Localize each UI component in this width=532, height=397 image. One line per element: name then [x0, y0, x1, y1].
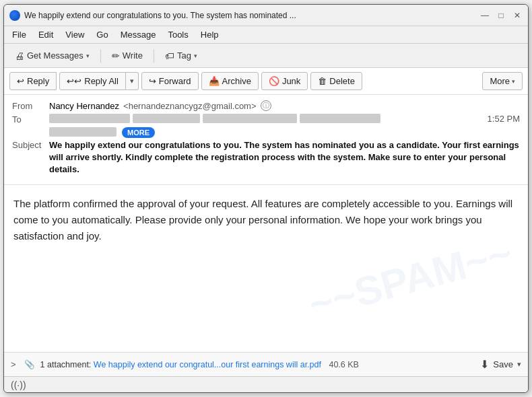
menu-edit[interactable]: Edit	[33, 28, 59, 41]
get-messages-icon: 🖨	[15, 50, 24, 61]
attachment-filename[interactable]: We happily extend our congratul...our fi…	[94, 360, 321, 369]
menu-tools[interactable]: Tools	[162, 28, 193, 41]
from-email: <hernandeznancygz@gmail.com>	[123, 101, 256, 111]
from-info: Nancy Hernandez <hernandeznancygz@gmail.…	[49, 100, 271, 111]
attachment-count: 1 attachment:	[40, 360, 92, 369]
attachment-size: 40.6 KB	[329, 360, 358, 369]
to-addresses	[49, 114, 488, 123]
email-window: We happily extend our congratulations to…	[3, 4, 529, 393]
toolbar-divider-2	[154, 49, 154, 63]
reply-all-button[interactable]: ↩↩ Reply All	[59, 72, 126, 90]
menu-go[interactable]: Go	[91, 28, 113, 41]
get-messages-label: Get Messages	[27, 50, 84, 61]
reply-all-label: Reply All	[84, 76, 119, 86]
app-icon	[9, 10, 20, 21]
email-header: From Nancy Hernandez <hernandeznancygz@g…	[4, 95, 528, 185]
get-messages-button[interactable]: 🖨 Get Messages ▾	[9, 48, 95, 64]
attachment-paperclip-icon: 📎	[24, 359, 35, 369]
junk-icon: 🚫	[269, 76, 279, 86]
window-title: We happily extend our congratulations to…	[24, 11, 475, 20]
recipient-2	[133, 114, 200, 123]
sender-info-icon[interactable]: ⓘ	[261, 100, 271, 111]
titlebar: We happily extend our congratulations to…	[4, 5, 528, 26]
to-row: To 1:52 PM	[12, 114, 520, 124]
email-body: The platform confirmed the approval of y…	[4, 185, 528, 352]
email-time: 1:52 PM	[488, 114, 520, 124]
forward-icon: ↪	[149, 76, 156, 86]
subject-row: Subject We happily extend our congratula…	[12, 139, 520, 176]
more-button[interactable]: More ▾	[482, 72, 523, 90]
menu-help[interactable]: Help	[195, 28, 224, 41]
from-row: From Nancy Hernandez <hernandeznancygz@g…	[12, 100, 520, 111]
more-dropdown-icon: ▾	[512, 78, 515, 85]
more-recipients-badge[interactable]: MORE	[122, 127, 155, 138]
tag-icon: 🏷	[165, 50, 174, 61]
get-messages-dropdown-icon: ▾	[86, 52, 90, 59]
menu-view[interactable]: View	[60, 28, 90, 41]
connection-icon: ((·))	[11, 380, 26, 390]
email-body-text: The platform confirmed the approval of y…	[13, 196, 519, 244]
subject-text: We happily extend our congratulations to…	[49, 139, 520, 176]
more-label: More	[490, 76, 510, 86]
delete-label: Delete	[329, 76, 355, 86]
attachment-actions: ⬇ Save ▾	[480, 358, 521, 371]
attachment-bar: > 📎 1 attachment: We happily extend our …	[4, 352, 528, 376]
main-toolbar: 🖨 Get Messages ▾ ✏ Write 🏷 Tag ▾	[4, 44, 528, 68]
attachment-dropdown-button[interactable]: ▾	[517, 360, 521, 369]
archive-label: Archive	[222, 76, 251, 86]
reply-icon: ↩	[17, 76, 24, 86]
action-toolbar: ↩ Reply ↩↩ Reply All ▾ ↪ Forward 📥 Archi…	[4, 68, 528, 95]
close-button[interactable]: ✕	[512, 10, 523, 21]
reply-group: ↩ Reply	[9, 72, 57, 90]
delete-icon: 🗑	[318, 76, 327, 86]
archive-icon: 📥	[209, 76, 220, 86]
reply-label: Reply	[27, 76, 49, 86]
junk-label: Junk	[282, 76, 300, 86]
statusbar: ((·))	[4, 376, 528, 392]
menu-file[interactable]: File	[7, 28, 32, 41]
subject-label: Subject	[12, 139, 49, 150]
recipient-1	[49, 114, 130, 123]
reply-button[interactable]: ↩ Reply	[9, 72, 57, 90]
write-button[interactable]: ✏ Write	[106, 48, 148, 64]
to-label: To	[12, 114, 49, 124]
archive-button[interactable]: 📥 Archive	[201, 72, 259, 90]
save-attachment-button[interactable]: Save	[493, 359, 513, 369]
write-label: Write	[123, 50, 143, 61]
forward-button[interactable]: ↪ Forward	[141, 72, 199, 90]
toolbar-divider-1	[100, 49, 101, 63]
attachment-info: 1 attachment: We happily extend our cong…	[40, 360, 475, 369]
reply-all-dropdown[interactable]: ▾	[126, 72, 139, 90]
to-row-2: MORE	[49, 127, 520, 138]
reply-all-icon: ↩↩	[67, 76, 81, 86]
tag-button[interactable]: 🏷 Tag ▾	[160, 48, 203, 64]
recipient-5	[49, 127, 117, 137]
write-icon: ✏	[112, 50, 120, 61]
tag-label: Tag	[177, 50, 191, 61]
minimize-button[interactable]: —	[479, 10, 490, 21]
recipient-3	[203, 114, 297, 123]
from-name: Nancy Hernandez	[49, 101, 119, 111]
attachment-expand-icon[interactable]: >	[11, 359, 16, 369]
menu-message[interactable]: Message	[115, 28, 162, 41]
tag-dropdown-icon: ▾	[194, 52, 197, 59]
window-controls: — □ ✕	[479, 10, 523, 21]
maximize-button[interactable]: □	[496, 10, 506, 21]
junk-button[interactable]: 🚫 Junk	[261, 72, 308, 90]
recipient-4	[300, 114, 380, 123]
reply-all-group: ↩↩ Reply All ▾	[59, 72, 139, 90]
download-icon[interactable]: ⬇	[480, 358, 489, 371]
menubar: File Edit View Go Message Tools Help	[4, 26, 528, 44]
from-label: From	[12, 100, 49, 111]
delete-button[interactable]: 🗑 Delete	[310, 72, 362, 90]
forward-label: Forward	[159, 76, 191, 86]
